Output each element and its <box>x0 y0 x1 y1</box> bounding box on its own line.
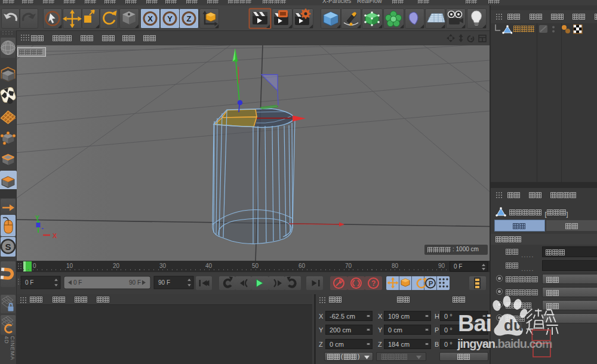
svg-text:P: P <box>429 280 433 287</box>
svg-text:60: 60 <box>298 263 306 269</box>
svg-text:90: 90 <box>438 263 445 269</box>
svg-text:S: S <box>5 242 11 252</box>
svg-text:20: 20 <box>113 263 120 269</box>
svg-text:X: X <box>147 14 153 23</box>
svg-text:0 F: 0 F <box>73 279 82 286</box>
svg-text:90 F: 90 F <box>129 279 141 286</box>
svg-text:50: 50 <box>252 263 259 269</box>
svg-text:10: 10 <box>66 263 73 269</box>
svg-text:0: 0 <box>33 263 36 269</box>
svg-text:80: 80 <box>392 263 399 269</box>
svg-text:30: 30 <box>159 263 167 269</box>
svg-text:70: 70 <box>345 263 352 269</box>
svg-text:0 F: 0 F <box>25 279 33 286</box>
svg-text:?: ? <box>371 279 376 288</box>
svg-text:Y: Y <box>35 215 39 221</box>
svg-text:40: 40 <box>205 263 213 269</box>
svg-text:Y: Y <box>167 14 173 23</box>
svg-text:90 F: 90 F <box>158 279 170 286</box>
svg-text:X: X <box>53 232 57 239</box>
svg-text:Z: Z <box>187 14 192 23</box>
